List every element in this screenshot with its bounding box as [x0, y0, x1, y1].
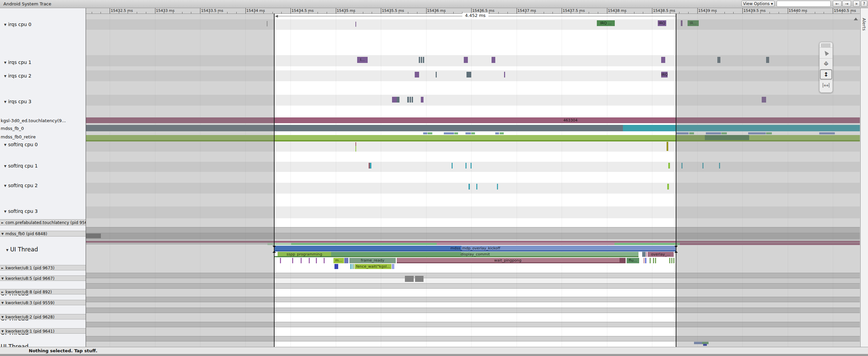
- trace-slice[interactable]: frame_ready: [349, 258, 396, 263]
- sidebar-item[interactable]: UI Thread: [0, 343, 86, 347]
- sidebar-item[interactable]: ▼UI Thread: [0, 246, 86, 253]
- sidebar-item[interactable]: ▼kworker/u8:2 (pid 9628): [0, 314, 86, 319]
- search-input[interactable]: [777, 1, 831, 7]
- sidebar-item[interactable]: ▼kworker/u8:3 (pid 9559): [0, 300, 86, 305]
- trace-slice[interactable]: [669, 258, 670, 263]
- trace-slice[interactable]: [465, 163, 466, 169]
- expand-arrow-icon[interactable]: ►: [1, 265, 4, 270]
- selection-tool-button[interactable]: [820, 47, 832, 58]
- trace-slice[interactable]: [309, 258, 310, 263]
- trace-slice[interactable]: [301, 258, 302, 263]
- trace-slice[interactable]: [405, 276, 414, 282]
- sidebar-item[interactable]: ▼irqs cpu 3: [0, 98, 86, 105]
- expand-arrow-icon[interactable]: ►: [1, 220, 4, 225]
- trace-slice[interactable]: [471, 132, 475, 134]
- trace-slice[interactable]: [668, 163, 670, 169]
- trace-slice[interactable]: [644, 258, 645, 263]
- trace-slice[interactable]: overlay_...: [648, 252, 674, 257]
- trace-slice[interactable]: [452, 163, 453, 169]
- trace-slice[interactable]: [465, 132, 471, 134]
- trace-slice[interactable]: [497, 184, 498, 190]
- trace-slice[interactable]: [454, 132, 458, 134]
- trace-slice[interactable]: [350, 264, 351, 269]
- sidebar-item[interactable]: ▼irqs cpu 1: [0, 59, 86, 66]
- collapse-arrow-icon[interactable]: ▼: [6, 246, 8, 253]
- expand-arrow-icon[interactable]: ►: [1, 289, 4, 294]
- collapse-arrow-icon[interactable]: ▼: [4, 21, 6, 28]
- trace-slice[interactable]: [661, 57, 665, 63]
- sidebar-item[interactable]: ▼irqs cpu 2: [0, 72, 86, 79]
- trace-slice[interactable]: [469, 184, 470, 190]
- trace-slice[interactable]: [495, 132, 499, 134]
- trace-slice[interactable]: [673, 258, 674, 263]
- trace-slice[interactable]: [410, 97, 411, 103]
- sidebar-item[interactable]: kgsl-3d0_ed.touchlatency(9...: [0, 118, 86, 124]
- trace-slice[interactable]: [655, 258, 656, 263]
- sidebar-item[interactable]: ▼softirq cpu 2: [0, 182, 86, 189]
- trace-slice[interactable]: [415, 72, 419, 77]
- sidebar-item[interactable]: ►kworker/u8:8 (pid 892): [0, 289, 86, 294]
- palette-grip-handle[interactable]: [821, 43, 831, 47]
- trace-slice[interactable]: m...: [333, 258, 344, 263]
- zoom-tool-button[interactable]: ↕: [820, 69, 832, 80]
- sidebar-item[interactable]: ▼kworker/u8:5 (pid 9667): [0, 275, 86, 281]
- collapse-arrow-icon[interactable]: ▼: [1, 314, 4, 319]
- trace-slice[interactable]: [646, 252, 647, 257]
- trace-slice[interactable]: [419, 57, 420, 63]
- trace-slice[interactable]: [492, 57, 495, 63]
- trace-slice[interactable]: I...: [357, 57, 368, 63]
- collapse-arrow-icon[interactable]: ▼: [1, 329, 4, 334]
- sidebar-item[interactable]: ►kworker/u8:1 (pid 9673): [0, 265, 86, 270]
- trace-slice[interactable]: [393, 264, 394, 269]
- sidebar-item[interactable]: ▼mdss_fb0 (pid 6848): [0, 231, 86, 237]
- trace-slice[interactable]: [504, 72, 505, 77]
- sidebar-item[interactable]: ▼softirq cpu 3: [0, 208, 86, 215]
- trace-slice[interactable]: IRQ ...: [597, 20, 615, 26]
- trace-slice[interactable]: [344, 258, 348, 263]
- trace-slice[interactable]: [444, 132, 454, 134]
- trace-slice[interactable]: [464, 57, 468, 63]
- collapse-arrow-icon[interactable]: ▼: [4, 98, 6, 105]
- sidebar-item[interactable]: ▼softirq cpu 1: [0, 162, 86, 169]
- trace-slice[interactable]: IRQ: [661, 72, 668, 77]
- trace-slice[interactable]: [476, 184, 477, 190]
- trace-slice[interactable]: [275, 256, 638, 257]
- find-next-button[interactable]: →: [842, 1, 851, 7]
- sidebar-item[interactable]: ►com.prefabulated.touchlatency (pid 9564…: [0, 219, 86, 225]
- trace-slice[interactable]: [392, 97, 397, 103]
- selection-boundary-line[interactable]: [676, 14, 676, 347]
- trace-slice[interactable]: [671, 258, 672, 263]
- alerts-panel[interactable]: Alerts: [860, 8, 868, 347]
- collapse-arrow-icon[interactable]: ▼: [4, 208, 6, 215]
- sidebar-item[interactable]: ▼irqs cpu 0: [0, 21, 86, 28]
- trace-slice[interactable]: fence_wait("kgsl...: [355, 264, 391, 269]
- sidebar-item[interactable]: ▼softirq cpu 0: [0, 141, 86, 148]
- trace-slice[interactable]: [650, 258, 651, 263]
- collapse-arrow-icon[interactable]: ▼: [4, 141, 6, 148]
- collapse-arrow-icon[interactable]: ▼: [1, 300, 4, 305]
- trace-slice[interactable]: [653, 258, 654, 263]
- trace-slice[interactable]: [334, 264, 338, 269]
- view-options-button[interactable]: View Options ▾: [741, 1, 775, 7]
- trace-slice[interactable]: [316, 258, 317, 263]
- trace-slice[interactable]: flu...: [627, 258, 639, 263]
- trace-slice[interactable]: [355, 146, 356, 152]
- trace-slice[interactable]: [412, 97, 413, 103]
- trace-slice[interactable]: [421, 57, 422, 63]
- trace-slice[interactable]: [471, 163, 472, 169]
- sidebar-item[interactable]: ▼kworker/u9:1 (pid 9641): [0, 328, 86, 334]
- trace-slice[interactable]: [291, 243, 437, 245]
- trace-slice[interactable]: [423, 132, 427, 134]
- trace-slice[interactable]: [355, 22, 356, 27]
- collapse-arrow-icon[interactable]: ▼: [4, 59, 6, 66]
- collapse-arrow-icon[interactable]: ▼: [1, 276, 4, 281]
- trace-slice[interactable]: [421, 97, 424, 103]
- collapse-arrow-icon[interactable]: ▼: [4, 182, 6, 189]
- trace-slice[interactable]: [423, 57, 424, 63]
- trace-slice[interactable]: [500, 132, 504, 134]
- trace-slice[interactable]: [642, 252, 646, 257]
- trace-slice[interactable]: [397, 97, 399, 103]
- trace-slice[interactable]: [614, 243, 680, 245]
- find-previous-button[interactable]: ←: [833, 1, 842, 7]
- trace-slice[interactable]: [292, 258, 293, 263]
